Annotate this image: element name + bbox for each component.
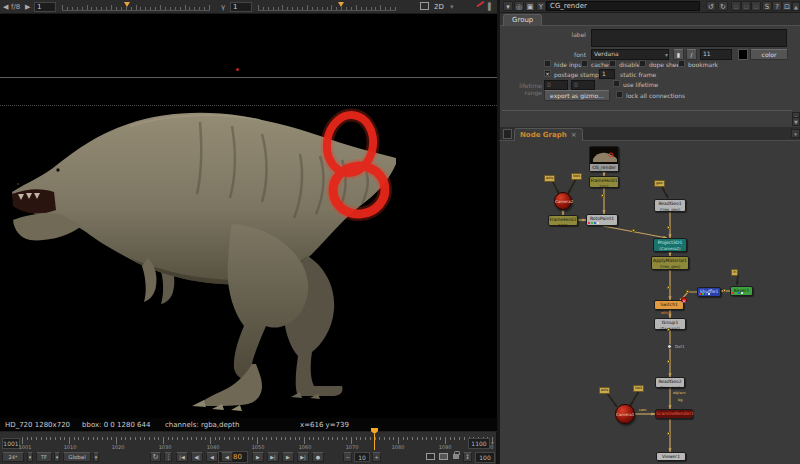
transport-back-0-button[interactable]: |◀ [176, 452, 188, 462]
step-increment-button[interactable]: + [372, 452, 381, 462]
loop-mode-icon[interactable]: ↻ [150, 452, 161, 462]
props-right-0-icon[interactable]: ↺ [706, 1, 716, 11]
use-lifetime-checkbox[interactable] [613, 80, 620, 87]
color-swatch[interactable] [738, 49, 748, 60]
annotate-pencil-icon[interactable] [476, 1, 485, 8]
transport-back-3-button[interactable]: ◀ [221, 452, 233, 462]
props-right-4-icon[interactable]: ▫ [751, 1, 761, 11]
node-scanlinerender1[interactable]: ScanlineRender1 [655, 409, 693, 419]
props-left-0-icon[interactable]: ▾ [503, 1, 513, 11]
node-name-field[interactable]: CG_render [546, 1, 700, 11]
gamma-value-field[interactable]: 1 [230, 2, 252, 12]
node-readgeo2[interactable]: ReadGeo2(trex_geo) [655, 377, 685, 388]
checkbox-bookmark[interactable] [678, 60, 685, 67]
fps-caret-icon[interactable]: ▾ [27, 452, 33, 462]
node-project3d1[interactable]: Project3D1(Camera2) [653, 238, 687, 252]
node-graph-canvas[interactable]: CG_renderFrameHold11001Camera2FrameHold2… [499, 141, 800, 464]
tab-close-icon[interactable]: × [571, 131, 577, 139]
flipbook-export-icon[interactable]: ↧ [463, 452, 472, 462]
transport-fwd-4-button[interactable]: ● [312, 452, 324, 462]
tf-dropdown[interactable]: TF [36, 452, 52, 462]
node-switch1[interactable]: Switch1× [654, 300, 684, 310]
node-rotopaint1[interactable]: RotoPaint1 [586, 214, 618, 226]
gamma-slider[interactable] [258, 4, 396, 11]
frame-increment-field[interactable]: 10 [354, 452, 370, 462]
transport-back-2-button[interactable]: ◀ [206, 452, 218, 462]
props-right-6-icon[interactable]: ? [772, 1, 782, 11]
props-right-2-icon[interactable]: ▫ [731, 1, 741, 11]
tab-node-graph[interactable]: Node Graph× [514, 128, 583, 141]
lock-range-icon[interactable] [453, 454, 459, 459]
step-decrement-button[interactable]: − [343, 452, 352, 462]
pane-divider-icon[interactable] [503, 129, 512, 139]
view-mode-dropdown[interactable]: 2D [434, 3, 444, 11]
tf-caret-icon[interactable]: ▾ [54, 452, 60, 462]
checkbox-dope-sheet[interactable] [639, 60, 646, 67]
transport-fwd-1-button[interactable]: ▶| [267, 452, 279, 462]
label-textarea[interactable] [591, 29, 787, 47]
checkbox-cached[interactable] [581, 60, 588, 67]
dot-label: Dot1 [675, 344, 685, 349]
monitor-out-icon[interactable] [426, 453, 435, 460]
scroll-down-icon[interactable]: ▼ [792, 117, 800, 126]
vertical-pane-divider[interactable] [497, 0, 499, 464]
pane-menu-caret-icon[interactable]: ▾ [791, 129, 800, 138]
playback-speed-field[interactable]: 100 [475, 452, 495, 463]
props-right-5-icon[interactable]: S [762, 1, 772, 11]
playback-menu-icon[interactable]: ⋮ [164, 452, 172, 462]
postage-stamp-checkbox[interactable]: × [544, 70, 551, 77]
font-italic-button[interactable]: ∕ [686, 49, 697, 60]
lock-all-connections-checkbox[interactable] [616, 91, 623, 98]
props-left-1-icon[interactable]: ◎ [514, 1, 524, 11]
node-cg_render[interactable]: CG_render [589, 146, 619, 172]
transport-fwd-3-button[interactable]: ▶| [297, 452, 309, 462]
node-framehold2[interactable]: FrameHold21001 [548, 215, 578, 226]
node-applymaterial1[interactable]: ApplyMaterial1(trex_geo) [651, 256, 689, 270]
props-right-3-icon[interactable]: ▫ [741, 1, 751, 11]
gain-next-icon[interactable]: ▶ [25, 3, 30, 11]
font-size-field[interactable]: 11 [700, 49, 732, 60]
transport-fwd-2-button[interactable]: ▶ [282, 452, 294, 462]
transport-back-1-button[interactable]: ◀| [191, 452, 203, 462]
node-dot[interactable] [667, 344, 672, 349]
range-mode-caret-icon[interactable]: ▾ [93, 452, 99, 462]
view-mode-caret-icon[interactable]: ▾ [450, 3, 454, 11]
props-left-3-icon[interactable]: Y [536, 1, 546, 11]
postage-frame-field[interactable]: 1 [599, 69, 615, 79]
props-right-1-icon[interactable]: ↻ [718, 1, 728, 11]
timeline-ruler[interactable]: 1001101010201030104010501060107010801090… [22, 437, 492, 451]
gain-slider[interactable] [62, 4, 210, 11]
viewer-canvas[interactable] [0, 14, 497, 418]
transport-fwd-0-button[interactable]: ▶ [252, 452, 264, 462]
font-bold-button[interactable]: ▮ [673, 49, 684, 60]
gain-value-field[interactable]: 1 [34, 2, 56, 12]
range-mode-dropdown[interactable]: Global [63, 452, 91, 462]
props-left-2-icon[interactable]: ▣ [525, 1, 535, 11]
range-end-field[interactable]: 1100 [468, 438, 490, 449]
lifetime-end-field[interactable]: 0 [571, 80, 595, 90]
checkbox-disable[interactable] [609, 60, 616, 67]
node-camera1-camera[interactable]: Camera1 [615, 404, 635, 424]
font-dropdown[interactable]: Verdana [591, 49, 669, 60]
range-start-field[interactable]: 1001 [2, 438, 20, 449]
color-button[interactable]: color [750, 49, 788, 60]
gain-prev-icon[interactable]: ◀ [3, 3, 8, 11]
range-caret-icon[interactable]: ▿ [491, 439, 494, 446]
monitor-out-2-icon[interactable] [439, 453, 448, 460]
node-viewer1[interactable]: Viewer1 [656, 452, 686, 461]
checkbox-hide-input[interactable] [544, 60, 551, 67]
lifetime-start-field[interactable]: 0 [544, 80, 568, 90]
font-caret-icon[interactable]: ▾ [660, 51, 668, 58]
node-keyer1[interactable]: Keyer1 [730, 286, 753, 296]
channel-dots-icon [732, 292, 743, 294]
fps-dropdown[interactable]: 24* [2, 452, 24, 462]
node-group1[interactable]: Group1(fix_paint) [654, 318, 686, 330]
node-readgeo1[interactable]: ReadGeo1(trex_geo) [654, 199, 686, 212]
props-right-7-icon[interactable]: ⊡ [782, 1, 792, 11]
node-camera2-camera[interactable]: Camera2 [554, 192, 572, 210]
node-framehold1[interactable]: FrameHold11001 [589, 176, 619, 188]
node-shuffle1[interactable]: Shuffle1 [697, 287, 721, 297]
export-as-gizmo-button[interactable]: export as gizmo... [544, 90, 610, 101]
tab-group[interactable]: Group [503, 14, 542, 26]
scroll-up-icon[interactable]: ▲ [792, 2, 800, 11]
